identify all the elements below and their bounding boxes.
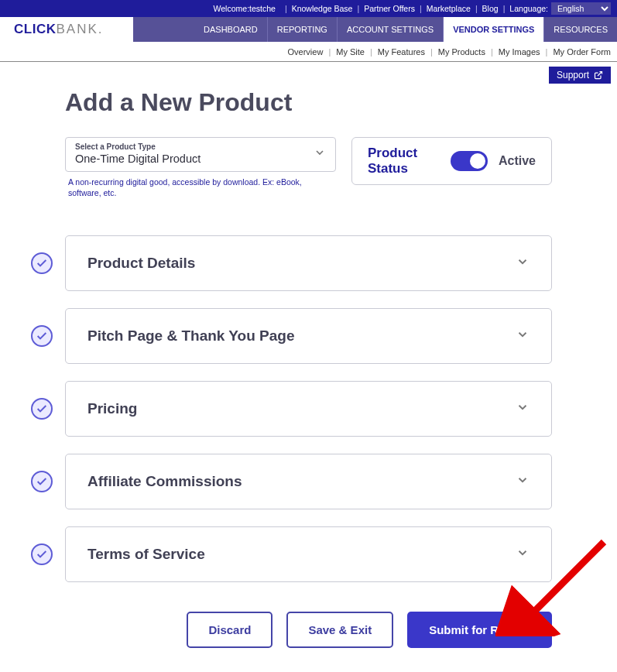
- header-row: CLICKBANK. DASHBOARD REPORTING ACCOUNT S…: [0, 17, 617, 42]
- nav-vendor-settings[interactable]: VENDOR SETTINGS: [443, 17, 543, 42]
- check-complete-icon: [31, 543, 53, 565]
- section-panel[interactable]: Product Details: [65, 235, 552, 291]
- logo[interactable]: CLICKBANK.: [0, 17, 133, 42]
- external-link-icon: [594, 70, 603, 80]
- section-title: Terms of Service: [87, 546, 205, 563]
- check-complete-icon: [31, 325, 53, 347]
- footer-buttons: Discard Save & Exit Submit for Review: [65, 612, 552, 648]
- chevron-down-icon: [516, 327, 530, 345]
- section-row: Pitch Page & Thank You Page: [65, 308, 552, 364]
- product-status-label: Product Status: [368, 146, 451, 177]
- product-status-box: Product Status Active: [351, 137, 552, 185]
- language-label: Language:: [509, 4, 548, 13]
- section-panel[interactable]: Pitch Page & Thank You Page: [65, 308, 552, 364]
- product-type-block: Select a Product Type One-Time Digital P…: [65, 137, 336, 198]
- check-complete-icon: [31, 398, 53, 420]
- status-state-label: Active: [499, 154, 536, 168]
- section-title: Pitch Page & Thank You Page: [87, 327, 294, 345]
- chevron-down-icon: [516, 255, 530, 272]
- chevron-down-icon: [516, 546, 530, 563]
- section-row: Terms of Service: [65, 526, 552, 582]
- subnav-overview[interactable]: Overview: [288, 47, 324, 57]
- toggle-knob: [470, 153, 485, 169]
- nav-reporting[interactable]: REPORTING: [267, 17, 337, 42]
- check-complete-icon: [31, 252, 53, 274]
- nav-dashboard[interactable]: DASHBOARD: [194, 17, 267, 42]
- check-complete-icon: [31, 471, 53, 492]
- status-toggle[interactable]: [451, 151, 488, 171]
- section-row: Affiliate Commissions: [65, 454, 552, 509]
- svg-line-0: [598, 72, 602, 77]
- main-content: Add a New Product Select a Product Type …: [0, 88, 617, 672]
- language-select[interactable]: English: [551, 2, 611, 15]
- section-panel[interactable]: Terms of Service: [65, 526, 552, 582]
- welcome-text: Welcome:testche: [214, 4, 276, 13]
- link-partner-offers[interactable]: Partner Offers: [364, 4, 415, 13]
- chevron-down-icon: [516, 473, 530, 490]
- product-type-value: One-Time Digital Product: [75, 153, 201, 165]
- subnav-my-products[interactable]: My Products: [438, 47, 485, 57]
- top-controls: Select a Product Type One-Time Digital P…: [65, 137, 552, 198]
- section-title: Pricing: [87, 400, 137, 417]
- section-row: Pricing: [65, 381, 552, 437]
- chevron-down-icon: [516, 400, 530, 417]
- nav-resources[interactable]: RESOURCES: [543, 17, 617, 42]
- discard-button[interactable]: Discard: [187, 612, 273, 648]
- subnav-my-site[interactable]: My Site: [336, 47, 365, 57]
- chevron-down-icon: [314, 146, 326, 162]
- link-blog[interactable]: Blog: [482, 4, 499, 13]
- section-row: Product Details: [65, 235, 552, 291]
- section-panel[interactable]: Affiliate Commissions: [65, 454, 552, 509]
- page-title: Add a New Product: [65, 88, 552, 117]
- subnav-my-order-form[interactable]: My Order Form: [553, 47, 611, 57]
- save-exit-button[interactable]: Save & Exit: [286, 612, 393, 648]
- section-title: Product Details: [87, 255, 195, 272]
- section-panel[interactable]: Pricing: [65, 381, 552, 437]
- link-marketplace[interactable]: Marketplace: [427, 4, 471, 13]
- submit-review-button[interactable]: Submit for Review: [407, 612, 552, 648]
- subnav-my-features[interactable]: My Features: [378, 47, 425, 57]
- link-knowledge-base[interactable]: Knowledge Base: [292, 4, 353, 13]
- product-type-help: A non-recurring digital good, accessible…: [68, 177, 333, 198]
- product-type-select[interactable]: Select a Product Type One-Time Digital P…: [65, 137, 336, 172]
- topbar: Welcome:testche | Knowledge Base | Partn…: [0, 0, 617, 17]
- support-button[interactable]: Support: [549, 67, 611, 84]
- section-title: Affiliate Commissions: [87, 473, 242, 490]
- support-row: Support: [0, 62, 617, 84]
- subnav-my-images[interactable]: My Images: [499, 47, 540, 57]
- sub-nav: Overview| My Site| My Features| My Produ…: [0, 42, 617, 62]
- product-type-label: Select a Product Type: [75, 142, 201, 151]
- main-nav: DASHBOARD REPORTING ACCOUNT SETTINGS VEN…: [133, 17, 617, 42]
- support-label: Support: [557, 70, 589, 81]
- nav-account-settings[interactable]: ACCOUNT SETTINGS: [337, 17, 443, 42]
